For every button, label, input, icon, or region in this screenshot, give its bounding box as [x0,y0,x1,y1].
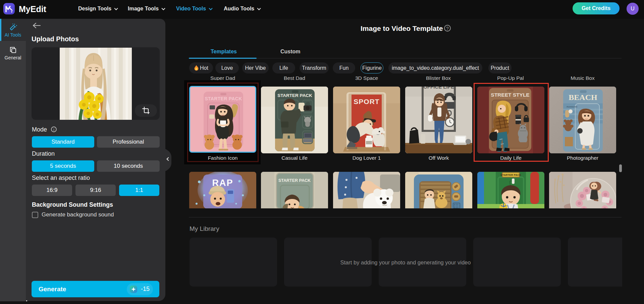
svg-text:STARTER PACK: STARTER PACK [278,178,311,183]
svg-text:OFFICE LIFE: OFFICE LIFE [423,87,454,90]
svg-text:SPORT: SPORT [354,98,379,105]
svg-text:BEACH: BEACH [569,93,597,102]
svg-text:STARTER PACK: STARTER PACK [205,96,242,101]
svg-text:STARTER PACK: STARTER PACK [500,173,521,176]
svg-text:STARTER PACK: STARTER PACK [277,93,312,98]
svg-text:Accessories: Accessories [567,106,577,108]
